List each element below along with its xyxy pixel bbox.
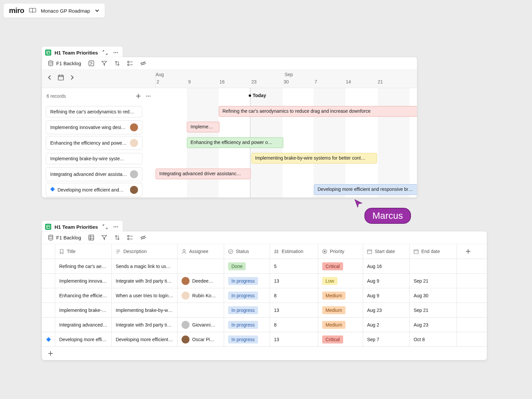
expand-icon[interactable] — [101, 223, 109, 230]
hide-icon[interactable] — [140, 61, 146, 66]
svg-rect-0 — [47, 51, 50, 54]
status-badge: In progress — [228, 292, 258, 300]
svg-point-43 — [228, 249, 233, 254]
gantt-view-icon[interactable] — [88, 61, 94, 66]
record-row[interactable]: Integrating advanced driver assista… — [42, 166, 156, 182]
svg-rect-15 — [58, 75, 63, 80]
table-row[interactable]: Implementing brake-b…Implementing brake-… — [42, 303, 487, 318]
add-record-icon[interactable] — [136, 93, 141, 99]
add-row[interactable] — [42, 347, 487, 360]
record-row[interactable]: Implementing brake-by-wire syste… — [42, 151, 156, 166]
panel-title: H1 Team Priorities — [55, 50, 98, 56]
today-marker: Today — [249, 93, 266, 98]
filter-icon[interactable] — [101, 61, 107, 66]
day-label: 7 — [315, 79, 317, 84]
timeline-bar[interactable]: Integrating advanced driver assistanc… — [156, 169, 251, 179]
timeline-panel: F1 Backlog 6 records Refin — [42, 57, 417, 198]
database-icon[interactable] — [48, 61, 54, 66]
svg-rect-11 — [128, 61, 129, 63]
jira-icon — [46, 337, 51, 342]
avatar — [130, 123, 138, 131]
remote-cursor-label: Marcus — [364, 208, 411, 224]
day-label: 23 — [251, 79, 257, 84]
next-icon[interactable] — [69, 74, 75, 80]
status-badge: In progress — [228, 277, 258, 285]
table-row[interactable]: Refining the car's aero…Sends a magic li… — [42, 259, 487, 274]
hide-icon[interactable] — [140, 235, 146, 240]
more-icon[interactable] — [112, 49, 119, 56]
record-title: Refining the car's aerodynamics to red… — [50, 109, 138, 114]
timeline-bar[interactable]: Implementing brake-by-wire systems for b… — [251, 153, 377, 164]
record-row[interactable]: Implementing innovative wing desi… — [42, 119, 156, 135]
svg-point-27 — [113, 226, 114, 227]
board-header: miro Monaco GP Roadmap — [4, 4, 105, 18]
day-label: 2 — [157, 79, 159, 84]
database-icon[interactable] — [48, 235, 54, 240]
timeline-bar[interactable]: Impleme… — [187, 122, 219, 132]
sort-icon[interactable] — [114, 61, 120, 66]
priority-badge: Critical — [322, 335, 343, 343]
month-label: Sep — [285, 72, 293, 77]
svg-line-45 — [277, 249, 278, 254]
table-row[interactable]: Developing more effici…Developing more e… — [42, 332, 487, 347]
status-icon — [228, 249, 233, 254]
avatar — [182, 321, 190, 329]
day-label: 14 — [346, 79, 351, 84]
more-records-icon[interactable] — [146, 95, 151, 97]
priority-badge: Medium — [322, 321, 345, 329]
group-icon[interactable] — [127, 61, 133, 66]
miro-logo: miro — [9, 6, 24, 15]
prev-icon[interactable] — [47, 74, 53, 80]
th-title[interactable]: Title — [55, 244, 112, 259]
table-row[interactable]: Implementing innovat…Integrate with 3rd … — [42, 274, 487, 288]
sort-icon[interactable] — [114, 235, 120, 240]
group-icon[interactable] — [127, 235, 133, 240]
record-row[interactable]: Developing more efficient and… — [42, 182, 156, 198]
remote-cursor — [354, 199, 363, 208]
th-estimation[interactable]: Estimation — [270, 244, 318, 259]
avatar — [130, 186, 138, 194]
table-row[interactable]: Enhancing the efficien…When a user tries… — [42, 288, 487, 303]
svg-line-44 — [275, 249, 275, 254]
priority-badge: Low — [322, 277, 337, 285]
priority-badge: Medium — [322, 292, 345, 300]
add-column[interactable] — [457, 244, 479, 259]
plus-icon — [466, 249, 471, 254]
th-status[interactable]: Status — [224, 244, 270, 259]
timeline-main[interactable]: AugSep2916233071421 Today Refining the c… — [156, 70, 417, 198]
th-priority[interactable]: Priority — [318, 244, 363, 259]
timeline-bar[interactable]: Developing more efficient and responsive… — [314, 184, 417, 195]
svg-point-23 — [150, 95, 151, 96]
calendar-icon[interactable] — [58, 74, 64, 80]
backlog-name[interactable]: F1 Backlog — [56, 235, 81, 240]
board-name[interactable]: Monaco GP Roadmap — [41, 8, 90, 14]
table-panel: F1 Backlog Title Description Assignee St… — [42, 231, 487, 360]
more-icon[interactable] — [112, 223, 119, 230]
records-count: 6 records — [47, 93, 66, 99]
svg-point-30 — [49, 235, 53, 236]
filter-icon[interactable] — [101, 235, 107, 240]
th-description[interactable]: Description — [112, 244, 178, 259]
table-row[interactable]: Integrating advanced d…Integrate with 3r… — [42, 318, 487, 332]
svg-point-6 — [49, 61, 53, 62]
status-badge: In progress — [228, 321, 258, 329]
svg-rect-31 — [89, 235, 94, 240]
record-title: Implementing innovative wing desi… — [50, 125, 127, 130]
table-view-icon[interactable] — [88, 235, 94, 240]
th-assignee[interactable]: Assignee — [178, 244, 224, 259]
svg-rect-24 — [47, 225, 50, 228]
record-row[interactable]: Refining the car's aerodynamics to red… — [42, 104, 156, 119]
avatar — [182, 277, 190, 285]
timeline-bar[interactable]: Enhancing the efficiency and power o… — [187, 137, 283, 148]
record-row[interactable]: Enhancing the efficiency and powe… — [42, 135, 156, 151]
chevron-down-icon[interactable] — [95, 8, 99, 13]
th-end-date[interactable]: End date — [410, 244, 457, 259]
month-label: Aug — [156, 72, 164, 77]
backlog-name[interactable]: F1 Backlog — [56, 61, 81, 66]
timeline-bar[interactable]: Refining the car's aerodynamics to reduc… — [219, 106, 417, 117]
expand-icon[interactable] — [101, 49, 109, 56]
th-start-date[interactable]: Start date — [363, 244, 410, 259]
cursor-icon — [354, 199, 363, 207]
text-icon — [116, 249, 121, 254]
avatar — [130, 170, 138, 178]
